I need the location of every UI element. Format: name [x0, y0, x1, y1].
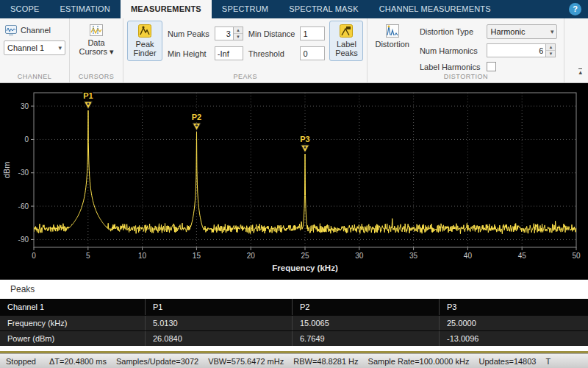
chevron-down-icon: ▾ [110, 47, 114, 56]
cursors-section-label: CURSORS [74, 71, 119, 82]
table-row: Frequency (kHz)5.013015.006525.0000 [0, 315, 588, 330]
tab-channel-measurements[interactable]: CHANNEL MEASUREMENTS [369, 0, 501, 18]
distortion-fields: Distortion Type Harmonic ▾ Num Harmonics… [420, 24, 558, 71]
table-row: Power (dBm)26.08406.7649-13.0096 [0, 330, 588, 346]
scope-display-icon [5, 25, 17, 35]
svg-text:30: 30 [21, 102, 29, 110]
collapse-ribbon-button[interactable]: ▴ [578, 68, 582, 75]
table-cell: Power (dBm) [0, 331, 145, 346]
status-metric: VBW=575.6472 mHz [208, 357, 284, 366]
table-cell: Frequency (kHz) [0, 316, 145, 330]
svg-text:10: 10 [138, 252, 147, 260]
table-cell: 25.0000 [439, 316, 588, 330]
distortion-icon [386, 24, 399, 38]
status-metric: Updates=14803 [478, 357, 536, 366]
distortion-label: Distortion [375, 40, 409, 49]
min-height-label: Min Height [168, 49, 209, 58]
peak-finder-label: Peak Finder [131, 40, 159, 57]
status-metric: Samples/Update=3072 [116, 357, 198, 366]
svg-text:15: 15 [193, 252, 201, 260]
spectrum-chart: 05101520253035404550300-30-60-90P1P2P3Fr… [0, 83, 588, 280]
table-header-row: Channel 1P1P2P3 [0, 299, 588, 315]
svg-text:P1: P1 [83, 91, 93, 100]
cursors-group: Data Cursors ▾ CURSORS [70, 18, 123, 82]
svg-text:40: 40 [464, 252, 473, 260]
table-cell: 5.0130 [145, 316, 292, 330]
status-metric: T [545, 357, 551, 366]
status-metrics: ΔT=20.4800 msSamples/Update=3072VBW=575.… [49, 357, 560, 366]
svg-text:45: 45 [518, 252, 527, 260]
label-peaks-icon [340, 24, 353, 38]
distortion-type-label: Distortion Type [420, 27, 481, 36]
spin-up-button[interactable]: ▲ [546, 44, 555, 51]
distortion-type-value: Harmonic [490, 27, 525, 36]
status-bar: Stopped ΔT=20.4800 msSamples/Update=3072… [0, 353, 588, 368]
svg-text:-30: -30 [18, 169, 29, 177]
data-cursors-icon [90, 24, 103, 36]
svg-text:0: 0 [24, 135, 29, 144]
channel-group: Channel Channel 1 ▾ CHANNEL [0, 18, 70, 82]
table-cell: 6.7649 [292, 331, 439, 346]
toolstrip-tab-bar: SCOPEESTIMATIONMEASUREMENTSSPECTRUMSPECT… [0, 0, 588, 18]
label-harmonics-checkbox[interactable] [487, 62, 496, 71]
svg-text:35: 35 [409, 252, 418, 260]
peaks-table: Channel 1P1P2P3Frequency (kHz)5.013015.0… [0, 299, 588, 346]
chevron-down-icon: ▾ [551, 28, 554, 35]
svg-text:dBm: dBm [2, 162, 11, 179]
chevron-down-icon: ▾ [58, 44, 62, 52]
svg-text:-60: -60 [18, 202, 29, 210]
spectrum-plot[interactable]: 05101520253035404550300-30-60-90P1P2P3Fr… [0, 83, 588, 280]
distortion-section-label: DISTORTION [371, 71, 560, 82]
svg-text:P3: P3 [300, 135, 309, 144]
spin-down-button[interactable]: ▼ [546, 51, 555, 57]
tab-scope[interactable]: SCOPE [0, 0, 50, 18]
num-peaks-label: Num Peaks [168, 29, 209, 38]
spin-up-button[interactable]: ▲ [234, 27, 243, 34]
question-icon: ? [573, 4, 578, 13]
peak-finder-button[interactable]: Peak Finder [127, 21, 162, 61]
channel-section-label: CHANNEL [4, 71, 65, 82]
svg-text:50: 50 [572, 252, 581, 260]
distortion-button[interactable]: Distortion [371, 21, 412, 52]
spin-down-button[interactable]: ▼ [234, 34, 243, 40]
table-cell: 15.0065 [292, 316, 439, 330]
svg-text:20: 20 [247, 252, 256, 260]
label-peaks-button[interactable]: Label Peaks [329, 21, 363, 61]
status-metric: Sample Rate=100.0000 kHz [368, 357, 470, 366]
min-distance-input[interactable] [300, 26, 325, 40]
peaks-panel-title: Peaks [10, 284, 35, 294]
tab-spectral-mask[interactable]: SPECTRAL MASK [279, 0, 369, 18]
data-cursors-button[interactable]: Data Cursors ▾ [74, 21, 119, 60]
table-header-cell: P2 [292, 299, 439, 315]
svg-text:0: 0 [32, 252, 36, 260]
table-gap [0, 346, 588, 351]
num-peaks-input[interactable] [215, 26, 234, 40]
channel-select[interactable]: Channel 1 ▾ [4, 40, 65, 55]
distortion-type-select[interactable]: Harmonic ▾ [487, 24, 557, 39]
threshold-label: Threshold [248, 49, 295, 58]
num-harmonics-input[interactable] [487, 43, 546, 57]
svg-text:5: 5 [86, 252, 90, 260]
min-distance-label: Min Distance [248, 29, 295, 38]
distortion-group: Distortion Distortion Type Harmonic ▾ Nu… [368, 18, 564, 82]
svg-text:25: 25 [301, 252, 309, 260]
status-state: Stopped [0, 357, 49, 366]
tab-estimation[interactable]: ESTIMATION [50, 0, 121, 18]
status-metric: ΔT=20.4800 ms [49, 357, 107, 366]
num-harmonics-label: Num Harmonics [420, 46, 481, 55]
table-header-cell: P3 [439, 299, 588, 315]
threshold-input[interactable] [300, 46, 325, 60]
svg-text:Frequency (kHz): Frequency (kHz) [272, 263, 338, 272]
min-height-input[interactable] [215, 46, 243, 60]
tab-measurements[interactable]: MEASUREMENTS [121, 0, 212, 18]
table-cell: 26.0840 [145, 331, 292, 346]
help-button[interactable]: ? [569, 3, 581, 15]
tab-spectrum[interactable]: SPECTRUM [212, 0, 279, 18]
svg-text:30: 30 [355, 252, 364, 260]
peaks-group: Peak Finder Num Peaks ▲ ▼ Min Distance M… [123, 18, 368, 82]
data-cursors-label: Data Cursors [79, 38, 107, 56]
svg-text:-90: -90 [18, 236, 29, 244]
peak-finder-fields: Num Peaks ▲ ▼ Min Distance Min Height Th… [168, 26, 325, 60]
peaks-section-label: PEAKS [127, 71, 363, 82]
channel-select-value: Channel 1 [7, 43, 44, 52]
